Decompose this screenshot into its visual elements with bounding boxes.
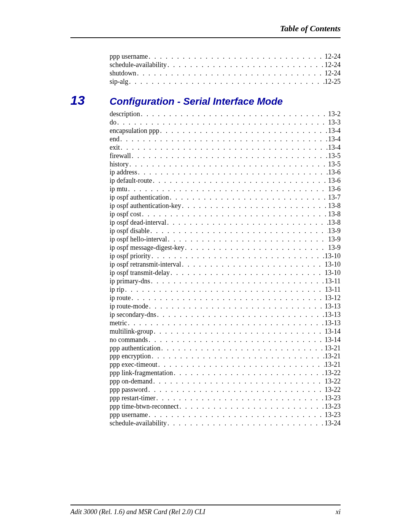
toc-leader-dots: . . . . . . . . . . . . . . . . . . . . …	[150, 277, 325, 286]
toc-entry: shutdown . . . . . . . . . . . . . . . .…	[110, 69, 341, 78]
toc-entry: ppp time-btwn-reconnect . . . . . . . . …	[110, 403, 341, 411]
toc-leader-dots: . . . . . . . . . . . . . . . . . . . . …	[169, 193, 328, 202]
toc-entry: ip ospf authentication . . . . . . . . .…	[110, 193, 341, 202]
toc-entry-label: encapsulation ppp	[110, 127, 159, 135]
toc-entry-label: ip ospf hello-interval	[110, 235, 167, 244]
toc-leader-dots: . . . . . . . . . . . . . . . . . . . . …	[151, 252, 325, 260]
toc-entry-label: ip ospf message-digest-key	[110, 244, 184, 252]
toc-leader-dots: . . . . . . . . . . . . . . . . . . . . …	[119, 135, 328, 144]
toc-leader-dots: . . . . . . . . . . . . . . . . . . . . …	[127, 319, 325, 328]
toc-entry-page: 13-6	[328, 168, 341, 177]
toc-entry: description . . . . . . . . . . . . . . …	[110, 110, 341, 118]
toc-leader-dots: . . . . . . . . . . . . . . . . . . . . …	[141, 210, 328, 219]
toc-entry-page: 13-9	[328, 227, 341, 235]
footer-right: xi	[336, 508, 341, 516]
toc-entry-label: metric	[110, 319, 127, 328]
toc-entry: ppp restart-timer . . . . . . . . . . . …	[110, 394, 341, 403]
toc-entry-label: ip route	[110, 294, 131, 302]
header-rule	[70, 37, 341, 38]
toc-entry-page: 13-13	[325, 311, 341, 319]
toc-entry-page: 13-6	[328, 185, 341, 193]
toc-leader-dots: . . . . . . . . . . . . . . . . . . . . …	[160, 344, 325, 353]
toc-leader-dots: . . . . . . . . . . . . . . . . . . . . …	[152, 177, 328, 185]
toc-leader-dots: . . . . . . . . . . . . . . . . . . . . …	[152, 377, 325, 386]
toc-entry: ip secondary-dns . . . . . . . . . . . .…	[110, 311, 341, 319]
chapter-number: 13	[70, 93, 110, 108]
toc-entry-page: 13-23	[325, 394, 341, 403]
toc-entry-page: 13-23	[325, 403, 341, 411]
toc-entry-label: shutdown	[110, 69, 136, 78]
toc-entry-page: 13-3	[328, 118, 341, 127]
toc-leader-dots: . . . . . . . . . . . . . . . . . . . . …	[131, 152, 328, 160]
toc-entry-label: multilink-group	[110, 328, 153, 336]
toc-entry: ip default-route . . . . . . . . . . . .…	[110, 177, 341, 185]
toc-entry-page: 13-11	[325, 277, 341, 286]
toc-entry-page: 13-21	[325, 352, 341, 361]
toc-entry-page: 13-9	[328, 244, 341, 252]
toc-entry-page: 13-5	[328, 152, 341, 160]
toc-entry-page: 13-14	[325, 336, 341, 344]
content: ppp username . . . . . . . . . . . . . .…	[70, 53, 341, 428]
toc-entry-label: ip default-route	[110, 177, 152, 185]
toc-entry-label: ppp on-demand	[110, 377, 152, 386]
toc-entry-page: 12-25	[325, 78, 341, 86]
toc-entry: ppp link-fragmentation . . . . . . . . .…	[110, 369, 341, 377]
toc-entry-label: firewall	[110, 152, 131, 160]
toc-leader-dots: . . . . . . . . . . . . . . . . . . . . …	[167, 235, 328, 244]
toc-entry-label: ip rip	[110, 286, 124, 294]
toc-leader-dots: . . . . . . . . . . . . . . . . . . . . …	[167, 61, 325, 69]
toc-leader-dots: . . . . . . . . . . . . . . . . . . . . …	[167, 419, 325, 428]
toc-leader-dots: . . . . . . . . . . . . . . . . . . . . …	[124, 286, 325, 294]
header-title: Table of Contents	[280, 24, 341, 33]
toc-leader-dots: . . . . . . . . . . . . . . . . . . . . …	[136, 69, 325, 78]
toc-entry-page: 13-4	[328, 144, 341, 152]
toc-entry-page: 13-10	[325, 260, 341, 269]
toc-entry: ppp encryption . . . . . . . . . . . . .…	[110, 352, 341, 361]
toc-entry-page: 13-6	[328, 177, 341, 185]
toc-pre-list: ppp username . . . . . . . . . . . . . .…	[70, 53, 341, 86]
toc-leader-dots: . . . . . . . . . . . . . . . . . . . . …	[148, 386, 325, 394]
toc-leader-dots: . . . . . . . . . . . . . . . . . . . . …	[127, 185, 328, 193]
toc-leader-dots: . . . . . . . . . . . . . . . . . . . . …	[131, 294, 325, 302]
toc-leader-dots: . . . . . . . . . . . . . . . . . . . . …	[116, 118, 328, 127]
toc-entry: ppp username . . . . . . . . . . . . . .…	[110, 411, 341, 419]
toc-entry-label: no commands	[110, 336, 148, 344]
toc-entry-page: 13-13	[325, 302, 341, 311]
toc-entry: multilink-group . . . . . . . . . . . . …	[110, 328, 341, 336]
toc-entry-page: 13-21	[325, 344, 341, 353]
toc-entry: schedule-availability . . . . . . . . . …	[110, 419, 341, 428]
toc-entry: ppp authentication . . . . . . . . . . .…	[110, 344, 341, 353]
toc-leader-dots: . . . . . . . . . . . . . . . . . . . . …	[148, 336, 325, 344]
toc-entry-label: schedule-availability	[110, 61, 167, 69]
toc-entry-page: 13-4	[328, 127, 341, 135]
footer-rule	[70, 505, 341, 505]
toc-entry-label: sip-alg	[110, 78, 128, 86]
toc-entry-label: ip route-mode	[110, 302, 148, 311]
toc-entry: ip ospf cost . . . . . . . . . . . . . .…	[110, 210, 341, 219]
toc-entry: ppp password . . . . . . . . . . . . . .…	[110, 386, 341, 394]
toc-entry-page: 13-2	[328, 110, 341, 118]
toc-entry-label: ip address	[110, 168, 137, 177]
toc-leader-dots: . . . . . . . . . . . . . . . . . . . . …	[170, 269, 325, 277]
running-header: Table of Contents	[70, 24, 341, 34]
toc-entry-label: ip ospf cost	[110, 210, 141, 219]
toc-leader-dots: . . . . . . . . . . . . . . . . . . . . …	[148, 53, 325, 61]
toc-entry-label: ip ospf transmit-delay	[110, 269, 170, 277]
toc-entry-page: 13-9	[328, 235, 341, 244]
toc-entry-page: 13-4	[328, 135, 341, 144]
toc-entry-label: ppp time-btwn-reconnect	[110, 403, 178, 411]
toc-entry: ip route-mode . . . . . . . . . . . . . …	[110, 302, 341, 311]
toc-leader-dots: . . . . . . . . . . . . . . . . . . . . …	[137, 168, 328, 177]
toc-entry-label: end	[110, 135, 119, 144]
toc-entry-page: 13-8	[328, 219, 341, 227]
page: Table of Contents ppp username . . . . .…	[0, 0, 411, 532]
toc-entry-page: 13-14	[325, 328, 341, 336]
toc-entry-label: ip primary-dns	[110, 277, 150, 286]
toc-entry: ip ospf priority . . . . . . . . . . . .…	[110, 252, 341, 260]
toc-entry: history . . . . . . . . . . . . . . . . …	[110, 160, 341, 169]
toc-entry-label: ppp username	[110, 53, 148, 61]
toc-leader-dots: . . . . . . . . . . . . . . . . . . . . …	[148, 411, 325, 419]
toc-entry: ip ospf disable . . . . . . . . . . . . …	[110, 227, 341, 235]
toc-entry-page: 12-24	[325, 53, 341, 61]
toc-entry: exit . . . . . . . . . . . . . . . . . .…	[110, 144, 341, 152]
